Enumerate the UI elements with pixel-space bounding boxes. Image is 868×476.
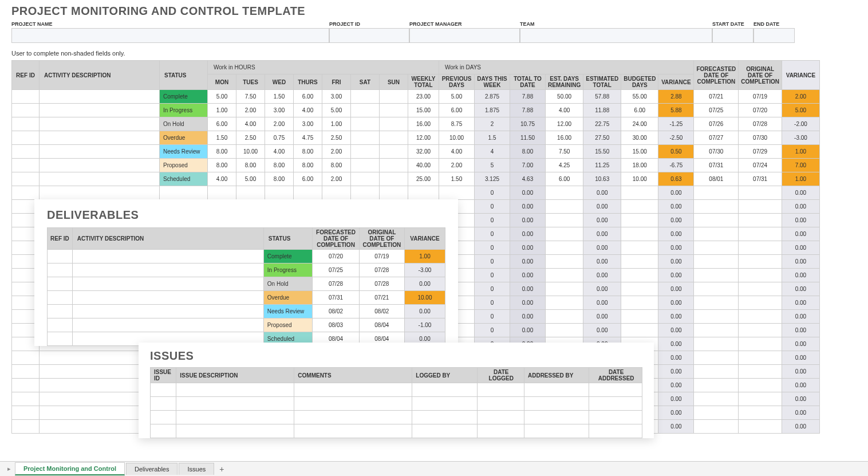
icell-comm[interactable] <box>294 383 412 397</box>
cell-ref[interactable] <box>12 379 40 392</box>
input-end-date[interactable] <box>753 28 795 43</box>
cell-forecast[interactable] <box>694 241 739 255</box>
icell-logged-by[interactable] <box>412 424 477 438</box>
cell-ref[interactable] <box>12 104 40 117</box>
cell-prev-days[interactable] <box>439 186 475 200</box>
dcell-original[interactable]: 07/19 <box>359 250 404 263</box>
icell-date-addressed[interactable] <box>589 424 642 438</box>
cell-ref[interactable] <box>12 172 40 186</box>
icell-comm[interactable] <box>294 424 412 438</box>
cell-wed[interactable]: 8.00 <box>265 172 294 186</box>
cell-sat[interactable] <box>351 145 380 159</box>
dcell-forecast[interactable]: 08/03 <box>313 318 359 332</box>
cell-original[interactable] <box>739 406 782 420</box>
cell-original[interactable]: 07/30 <box>739 131 782 145</box>
cell-wed[interactable]: 1.50 <box>265 90 294 104</box>
cell-status[interactable]: Overdue <box>160 131 208 145</box>
cell-ref[interactable] <box>12 145 40 159</box>
cell-budgeted[interactable] <box>621 186 658 200</box>
cell-tue[interactable]: 2.50 <box>236 131 265 145</box>
icell-date-logged[interactable] <box>477 383 524 397</box>
cell-fri[interactable]: 2.00 <box>322 172 351 186</box>
cell-forecast[interactable] <box>694 406 739 420</box>
dcell-status[interactable]: Overdue <box>263 291 313 305</box>
cell-forecast[interactable] <box>694 379 739 392</box>
cell-budgeted[interactable] <box>621 310 658 324</box>
dcell-forecast[interactable]: 07/20 <box>313 250 359 263</box>
cell-sun[interactable] <box>380 131 408 145</box>
cell-fri[interactable]: 2.00 <box>322 145 351 159</box>
cell-original[interactable] <box>739 282 782 296</box>
cell-est-remain[interactable] <box>546 269 583 282</box>
cell-budgeted[interactable] <box>621 269 658 282</box>
cell-original[interactable] <box>739 420 782 434</box>
cell-est-remain[interactable]: 6.00 <box>546 172 583 186</box>
dcell-forecast[interactable]: 07/31 <box>313 291 359 305</box>
cell-fri[interactable]: 2.50 <box>322 131 351 145</box>
cell-budgeted[interactable]: 6.00 <box>621 104 658 117</box>
cell-status[interactable]: Proposed <box>160 159 208 172</box>
cell-forecast[interactable] <box>694 310 739 324</box>
icell-addressed-by[interactable] <box>524 383 589 397</box>
cell-prev-days[interactable]: 5.00 <box>439 90 475 104</box>
cell-wed[interactable]: 0.75 <box>265 131 294 145</box>
cell-tue[interactable]: 8.00 <box>236 159 265 172</box>
cell-sat[interactable] <box>351 104 380 117</box>
cell-tue[interactable]: 7.50 <box>236 90 265 104</box>
cell-original[interactable]: 07/28 <box>739 117 782 131</box>
cell-sat[interactable] <box>351 117 380 131</box>
cell-forecast[interactable] <box>694 186 739 200</box>
cell-est-remain[interactable] <box>546 186 583 200</box>
cell-ref[interactable] <box>12 117 40 131</box>
cell-activity[interactable] <box>40 104 160 117</box>
cell-forecast[interactable]: 07/31 <box>694 159 739 172</box>
cell-thu[interactable]: 8.00 <box>294 145 322 159</box>
cell-fri[interactable] <box>322 186 351 200</box>
cell-fri[interactable]: 1.00 <box>322 117 351 131</box>
icell-logged-by[interactable] <box>412 411 477 424</box>
input-team[interactable] <box>520 28 712 43</box>
cell-sat[interactable] <box>351 159 380 172</box>
cell-ref[interactable] <box>12 420 40 434</box>
cell-budgeted[interactable]: 18.00 <box>621 159 658 172</box>
cell-forecast[interactable] <box>694 324 739 337</box>
icell-id[interactable] <box>151 424 176 438</box>
cell-budgeted[interactable] <box>621 200 658 214</box>
dcell-ref[interactable] <box>48 318 73 332</box>
cell-original[interactable]: 07/31 <box>739 172 782 186</box>
cell-ref[interactable] <box>12 186 40 200</box>
cell-original[interactable]: 07/24 <box>739 159 782 172</box>
icell-id[interactable] <box>151 383 176 397</box>
cell-forecast[interactable] <box>694 392 739 406</box>
dcell-ref[interactable] <box>48 291 73 305</box>
cell-activity[interactable] <box>40 145 160 159</box>
cell-mon[interactable]: 8.00 <box>208 145 236 159</box>
cell-est-remain[interactable] <box>546 324 583 337</box>
cell-prev-days[interactable]: 4.00 <box>439 145 475 159</box>
dcell-activity[interactable] <box>72 277 263 291</box>
cell-sun[interactable] <box>380 159 408 172</box>
cell-forecast[interactable]: 07/26 <box>694 117 739 131</box>
dcell-forecast[interactable]: 07/25 <box>313 263 359 277</box>
cell-est-remain[interactable] <box>546 214 583 227</box>
dcell-original[interactable]: 07/28 <box>359 263 404 277</box>
cell-thu[interactable]: 3.00 <box>294 117 322 131</box>
cell-ref[interactable] <box>12 406 40 420</box>
cell-mon[interactable]: 6.00 <box>208 117 236 131</box>
cell-prev-days[interactable]: 8.75 <box>439 117 475 131</box>
icell-logged-by[interactable] <box>412 383 477 397</box>
cell-budgeted[interactable] <box>621 214 658 227</box>
cell-est-remain[interactable] <box>546 296 583 310</box>
tab-monitoring[interactable]: Project Monitoring and Control <box>15 462 125 475</box>
dcell-activity[interactable] <box>72 291 263 305</box>
cell-forecast[interactable]: 07/27 <box>694 131 739 145</box>
cell-original[interactable] <box>739 255 782 269</box>
cell-original[interactable] <box>739 392 782 406</box>
cell-ref[interactable] <box>12 365 40 379</box>
cell-budgeted[interactable]: 30.00 <box>621 131 658 145</box>
cell-prev-days[interactable]: 6.00 <box>439 104 475 117</box>
icell-addressed-by[interactable] <box>524 424 589 438</box>
cell-status[interactable]: Needs Review <box>160 145 208 159</box>
cell-budgeted[interactable] <box>621 227 658 241</box>
cell-wed[interactable]: 4.00 <box>265 145 294 159</box>
